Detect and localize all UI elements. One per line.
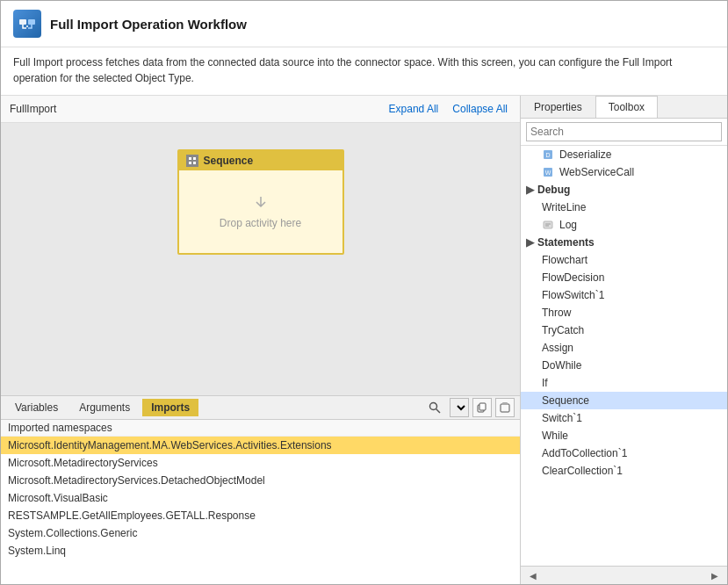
sequence-box: Sequence Drop activity here <box>177 149 344 255</box>
toolbox-item-switch[interactable]: Switch`1 <box>521 409 727 427</box>
ns-item[interactable]: Microsoft.MetadirectoryServices.Detached… <box>1 472 520 489</box>
paste-button[interactable] <box>495 398 515 417</box>
search-input[interactable] <box>526 122 722 141</box>
app-icon <box>13 10 41 38</box>
toolbox-item-flowdecision[interactable]: FlowDecision <box>521 269 727 286</box>
toolbox-item-sequence[interactable]: Sequence <box>521 392 727 409</box>
toolbox-item-flowchart[interactable]: Flowchart <box>521 251 727 269</box>
tab-toolbox[interactable]: Toolbox <box>595 96 658 118</box>
toolbox-item-webservicecall[interactable]: W WebServiceCall <box>521 163 727 181</box>
collapse-all-button[interactable]: Collapse All <box>449 101 511 117</box>
ns-item[interactable]: System.Collections.Generic <box>1 524 520 542</box>
toolbox-nav-row: ◀ ▶ <box>521 566 727 584</box>
svg-text:D: D <box>545 152 550 158</box>
svg-rect-4 <box>189 162 191 164</box>
bottom-search-icon[interactable] <box>427 400 443 415</box>
bottom-tab-bar: Variables Arguments Imports <box>1 396 520 420</box>
deserialize-icon: D <box>542 148 554 161</box>
left-panel: FullImport Expand All Collapse All <box>1 96 521 584</box>
namespace-list: Imported namespaces Microsoft.IdentityMa… <box>1 420 520 584</box>
toolbox-item-addtocollection[interactable]: AddToCollection`1 <box>521 444 727 462</box>
right-panel: Properties Toolbox D Deserialize <box>521 96 727 584</box>
svg-text:W: W <box>545 170 551 176</box>
copy-button[interactable] <box>472 398 492 417</box>
ns-item[interactable]: System.Linq <box>1 542 520 560</box>
tab-properties[interactable]: Properties <box>521 96 595 118</box>
ns-item[interactable]: Microsoft.MetadirectoryServices <box>1 454 520 472</box>
svg-rect-11 <box>502 402 508 405</box>
log-icon <box>542 219 554 231</box>
bottom-panel: Variables Arguments Imports <box>1 395 520 584</box>
toolbox-item-clearcollection[interactable]: ClearCollection`1 <box>521 462 727 480</box>
description-text: Full Import process fetches data from th… <box>1 47 727 96</box>
drop-hint: Drop activity here <box>220 217 301 229</box>
svg-rect-0 <box>19 19 26 25</box>
toolbox-item-deserialize[interactable]: D Deserialize <box>521 146 727 163</box>
tab-variables[interactable]: Variables <box>6 399 67 416</box>
toolbox-item-throw[interactable]: Throw <box>521 304 727 321</box>
tab-imports[interactable]: Imports <box>142 399 198 416</box>
sequence-icon <box>186 155 198 167</box>
ns-header: Imported namespaces <box>1 420 520 437</box>
search-box-container <box>521 119 727 146</box>
svg-line-7 <box>436 409 441 414</box>
svg-rect-5 <box>193 162 196 164</box>
debug-arrow: ▶ <box>526 184 534 196</box>
sequence-body[interactable]: Drop activity here <box>179 170 342 253</box>
toolbox-item-writeline[interactable]: WriteLine <box>521 199 727 216</box>
toolbar-row: FullImport Expand All Collapse All <box>1 96 520 123</box>
canvas-area: Sequence Drop activity here <box>1 123 520 395</box>
main-area: FullImport Expand All Collapse All <box>1 96 727 584</box>
webservicecall-icon: W <box>542 166 554 178</box>
ns-item[interactable]: Microsoft.VisualBasic <box>1 489 520 507</box>
toolbox-item-assign[interactable]: Assign <box>521 339 727 357</box>
statements-arrow: ▶ <box>526 236 534 249</box>
breadcrumb: FullImport <box>10 103 56 115</box>
ns-item[interactable]: RESTSAMPLE.GetAllEmployees.GETALL.Respon… <box>1 507 520 524</box>
toolbox-item-dowhile[interactable]: DoWhile <box>521 357 727 374</box>
main-window: Full Import Operation Workflow Full Impo… <box>0 0 728 585</box>
expand-all-button[interactable]: Expand All <box>386 101 443 117</box>
toolbox-item-trycatch[interactable]: TryCatch <box>521 321 727 339</box>
toolbox-list: D Deserialize W WebServiceCall <box>521 146 727 566</box>
ns-item[interactable]: Microsoft.IdentityManagement.MA.WebServi… <box>1 437 520 454</box>
window-title: Full Import Operation Workflow <box>50 17 247 32</box>
tab-arguments[interactable]: Arguments <box>70 399 139 416</box>
svg-rect-2 <box>189 157 191 160</box>
namespace-dropdown[interactable] <box>450 398 469 417</box>
toolbox-item-flowswitch[interactable]: FlowSwitch`1 <box>521 286 727 304</box>
svg-rect-10 <box>501 404 509 412</box>
toolbox-item-log[interactable]: Log <box>521 216 727 234</box>
svg-rect-3 <box>193 157 196 160</box>
svg-rect-9 <box>479 403 486 410</box>
toolbox-item-if[interactable]: If <box>521 374 727 392</box>
sequence-label: Sequence <box>204 155 254 167</box>
nav-left-arrow[interactable]: ◀ <box>526 568 540 582</box>
toolbox-item-while[interactable]: While <box>521 427 727 444</box>
section-debug[interactable]: ▶ Debug <box>521 181 727 199</box>
nav-right-arrow[interactable]: ▶ <box>708 568 722 582</box>
svg-rect-16 <box>544 221 552 228</box>
svg-rect-1 <box>28 19 35 25</box>
sequence-header: Sequence <box>179 151 342 170</box>
section-statements[interactable]: ▶ Statements <box>521 234 727 251</box>
right-tab-bar: Properties Toolbox <box>521 96 727 119</box>
title-bar: Full Import Operation Workflow <box>1 1 727 47</box>
svg-point-6 <box>430 403 437 410</box>
